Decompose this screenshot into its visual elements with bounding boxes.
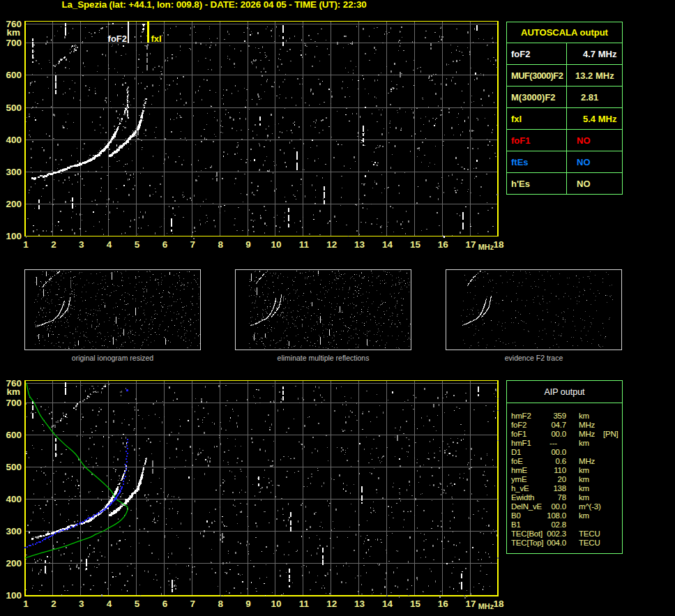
svg-text:1: 1 (23, 239, 29, 250)
svg-text:fxI: fxI (151, 33, 162, 44)
svg-text:6: 6 (162, 599, 168, 609)
svg-text:200: 200 (6, 199, 22, 209)
svg-text:16: 16 (438, 599, 449, 609)
svg-text:9: 9 (245, 599, 251, 609)
svg-text:14: 14 (382, 599, 393, 609)
svg-text:600: 600 (6, 70, 22, 80)
svg-text:3: 3 (79, 599, 84, 609)
svg-text:18: 18 (493, 239, 504, 250)
svg-text:15: 15 (410, 599, 421, 609)
svg-text:5: 5 (135, 239, 140, 250)
svg-text:km: km (6, 386, 20, 397)
svg-text:500: 500 (6, 462, 22, 472)
svg-text:11: 11 (299, 239, 310, 250)
svg-text:12: 12 (326, 239, 337, 250)
svg-text:9: 9 (245, 239, 251, 250)
svg-text:3: 3 (79, 239, 84, 250)
svg-text:11: 11 (299, 599, 310, 609)
svg-text:200: 200 (6, 558, 22, 569)
svg-text:1: 1 (23, 599, 29, 609)
svg-text:5: 5 (135, 599, 140, 609)
svg-text:MHz: MHz (478, 602, 494, 610)
svg-text:foF2: foF2 (108, 33, 127, 44)
svg-text:12: 12 (326, 599, 337, 609)
svg-text:10: 10 (271, 599, 281, 609)
svg-text:18: 18 (493, 599, 504, 609)
svg-text:7: 7 (190, 239, 196, 250)
svg-text:8: 8 (218, 599, 223, 609)
svg-text:17: 17 (466, 599, 476, 609)
svg-text:7: 7 (190, 599, 196, 609)
svg-text:4: 4 (107, 239, 112, 250)
svg-text:6: 6 (162, 239, 168, 250)
svg-text:400: 400 (6, 135, 22, 145)
svg-text:10: 10 (271, 239, 281, 250)
svg-text:4: 4 (107, 599, 112, 609)
svg-text:600: 600 (6, 430, 22, 440)
svg-text:100: 100 (6, 590, 22, 601)
svg-text:300: 300 (6, 167, 22, 177)
svg-text:13: 13 (354, 239, 365, 250)
svg-text:km: km (6, 27, 20, 38)
svg-text:400: 400 (6, 494, 22, 504)
svg-text:2: 2 (51, 239, 56, 250)
svg-text:8: 8 (218, 239, 223, 250)
svg-text:MHz: MHz (478, 243, 494, 251)
svg-text:300: 300 (6, 526, 22, 536)
svg-text:14: 14 (382, 239, 393, 250)
svg-text:700: 700 (6, 38, 22, 48)
svg-text:100: 100 (6, 231, 22, 241)
svg-text:13: 13 (354, 599, 365, 609)
svg-text:2: 2 (51, 599, 56, 609)
svg-text:500: 500 (6, 103, 22, 113)
svg-text:16: 16 (438, 239, 449, 250)
svg-text:700: 700 (6, 398, 22, 408)
svg-text:15: 15 (410, 239, 421, 250)
svg-text:17: 17 (466, 239, 476, 250)
